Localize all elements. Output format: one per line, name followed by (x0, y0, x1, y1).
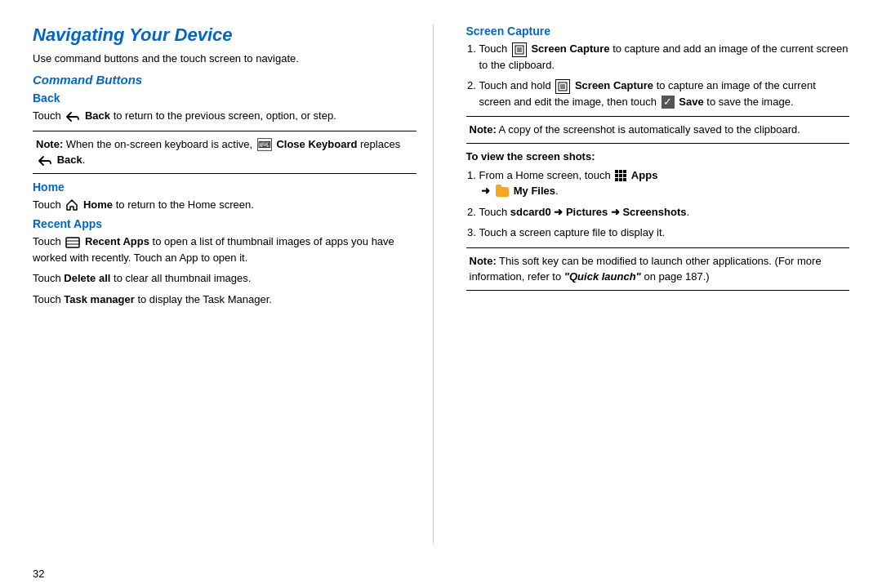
view-step-3: Touch a screen capture file to display i… (479, 225, 850, 241)
apps-grid-icon (615, 170, 626, 181)
back-heading: Back (33, 91, 416, 105)
folder-icon (496, 187, 509, 197)
screen-capture-step-1: Touch Screen Capture to capture and add … (479, 41, 850, 73)
back-icon (65, 111, 80, 122)
intro-text: Use command buttons and the touch screen… (33, 52, 416, 65)
page-number: 32 (33, 568, 44, 580)
recent-apps-text3: Touch Task manager to display the Task M… (33, 292, 416, 308)
close-keyboard-icon: ⌨ (257, 138, 272, 151)
screen-capture-heading: Screen Capture (466, 24, 850, 38)
arrow-right-icon: ➜ (481, 185, 490, 197)
screen-capture-steps: Touch Screen Capture to capture and add … (466, 41, 850, 109)
back-text: Touch Back to return to the previous scr… (33, 108, 416, 124)
svg-rect-0 (66, 238, 79, 247)
view-steps: From a Home screen, touch Apps ➜ My File… (466, 167, 850, 241)
command-buttons-heading: Command Buttons (33, 73, 416, 87)
recent-apps-icon (65, 237, 80, 248)
home-heading: Home (33, 180, 416, 194)
note-box-1: Note: When the on-screen keyboard is act… (33, 131, 416, 174)
note-box-3: Note: This soft key can be modified to l… (466, 247, 850, 291)
note-box-2: Note: A copy of the screenshot is automa… (466, 116, 850, 144)
view-step-2: Touch sdcard0 ➜ Pictures ➜ Screenshots. (479, 204, 850, 220)
screen-capture-icon-2 (555, 79, 570, 94)
save-checkmark-icon: ✓ (662, 96, 675, 109)
recent-apps-text1: Touch Recent Apps to open a list of thum… (33, 234, 416, 265)
home-text: Touch Home to return to the Home screen. (33, 197, 416, 213)
page-title: Navigating Your Device (33, 24, 416, 46)
screen-capture-step-2: Touch and hold Screen Capture to capture… (479, 78, 850, 109)
view-step-1: From a Home screen, touch Apps ➜ My File… (479, 167, 850, 199)
page-footer: 32 (0, 559, 882, 588)
recent-apps-heading: Recent Apps (33, 217, 416, 230)
right-column: Screen Capture Touch Screen Capture to c… (458, 24, 850, 543)
recent-apps-text2: Touch Delete all to clear all thumbnail … (33, 270, 416, 287)
to-view-heading: To view the screen shots: (466, 150, 850, 163)
screen-capture-icon-1 (512, 42, 527, 57)
home-icon (65, 198, 78, 212)
left-column: Navigating Your Device Use command butto… (33, 24, 434, 543)
back-icon-2 (38, 155, 52, 167)
